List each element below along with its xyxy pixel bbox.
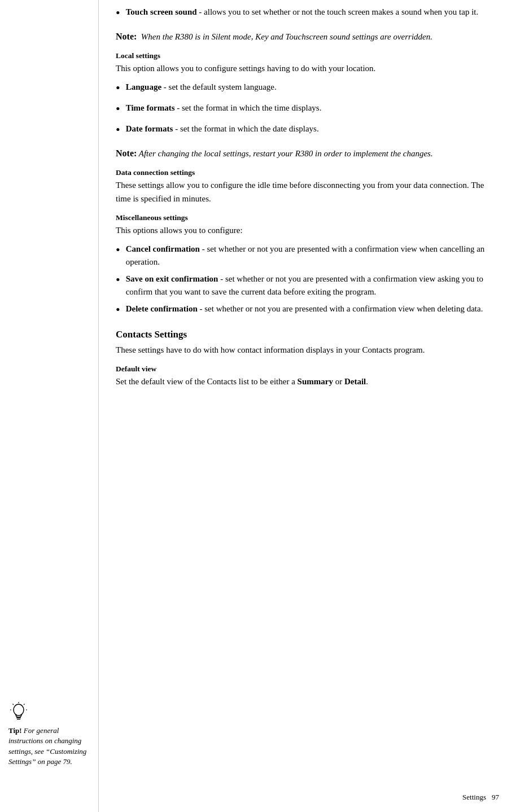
left-sidebar: Tip! For general instructions on changin… (0, 0, 99, 812)
save-on-exit-bold: Save on exit confirmation (126, 274, 218, 283)
bullet-cancel-confirmation: • Cancel confirmation - set whether or n… (116, 243, 499, 268)
touch-screen-sound-bold: Touch screen sound (126, 7, 197, 16)
note2-label: Note: (116, 148, 137, 158)
bullet-dot-lang: • (116, 78, 120, 97)
local-settings-heading: Local settings (116, 51, 499, 60)
bullet-dot-date: • (116, 120, 120, 139)
time-formats-bold: Time formats (126, 103, 175, 112)
footer-section-label: Settings (462, 793, 486, 802)
cancel-confirmation-text: Cancel confirmation - set whether or not… (126, 243, 499, 268)
note2-text: After changing the local settings, resta… (137, 149, 432, 158)
date-formats-rest: - set the format in which the date displ… (173, 124, 318, 133)
tip-label: Tip! (8, 726, 22, 735)
language-bold: Language (126, 82, 161, 91)
note1-block: Note: When the R380 is in Silent mode, K… (116, 30, 499, 43)
touch-screen-sound-rest: - allows you to set whether or not the t… (197, 7, 479, 16)
tip-icon (8, 702, 29, 722)
footer-page-number: 97 (492, 793, 499, 802)
svg-line-4 (24, 704, 25, 705)
top-bullet-group: • Touch screen sound - allows you to set… (116, 6, 499, 22)
svg-line-6 (13, 704, 14, 705)
data-connection-paragraph: These settings allow you to configure th… (116, 179, 499, 205)
time-formats-rest: - set the format in which the time displ… (175, 103, 322, 112)
data-connection-heading: Data connection settings (116, 168, 499, 177)
local-settings-paragraph: This option allows you to configure sett… (116, 62, 499, 75)
default-view-middle: or (333, 377, 344, 386)
contacts-settings-heading: Contacts Settings (116, 329, 499, 340)
default-view-bold1: Summary (298, 377, 333, 386)
touch-screen-sound-text: Touch screen sound - allows you to set w… (126, 6, 499, 19)
tip-section: Tip! For general instructions on changin… (8, 702, 93, 767)
miscellaneous-heading: Miscellaneous settings (116, 213, 499, 222)
default-view-text: Set the default view of the Contacts lis… (116, 375, 499, 388)
default-view-after: . (366, 377, 368, 386)
delete-confirmation-rest: - set whether or not you are presented w… (198, 304, 483, 313)
bullet-language: • Language - set the default system lang… (116, 81, 499, 97)
local-bullets-group: • Language - set the default system lang… (116, 81, 499, 139)
default-view-heading: Default view (116, 365, 499, 374)
page-container: Tip! For general instructions on changin… (0, 0, 516, 812)
bullet-dot-delete: • (116, 300, 120, 319)
note2-block: Note: After changing the local settings,… (116, 147, 499, 160)
misc-bullets-group: • Cancel confirmation - set whether or n… (116, 243, 499, 319)
tip-text: Tip! For general instructions on changin… (8, 726, 93, 767)
note1-text: When the R380 is in Silent mode, Key and… (137, 32, 432, 41)
bullet-delete-confirmation: • Delete confirmation - set whether or n… (116, 302, 499, 319)
date-formats-bold: Date formats (126, 124, 173, 133)
main-content: • Touch screen sound - allows you to set… (99, 0, 516, 812)
page-footer: Settings 97 (462, 793, 499, 802)
language-text: Language - set the default system langua… (126, 81, 499, 94)
bullet-dot-cancel: • (116, 240, 120, 259)
date-formats-text: Date formats - set the format in which t… (126, 122, 499, 135)
language-rest: - set the default system language. (161, 82, 277, 91)
bullet-dot: • (116, 3, 120, 22)
bullet-dot-save: • (116, 270, 120, 289)
default-view-before: Set the default view of the Contacts lis… (116, 377, 298, 386)
bullet-date-formats: • Date formats - set the format in which… (116, 122, 499, 139)
svg-point-0 (14, 704, 24, 716)
time-formats-text: Time formats - set the format in which t… (126, 102, 499, 115)
miscellaneous-paragraph: This options allows you to configure: (116, 224, 499, 237)
bullet-dot-time: • (116, 99, 120, 118)
contacts-settings-paragraph: These settings have to do with how conta… (116, 344, 499, 357)
delete-confirmation-bold: Delete confirmation (126, 304, 198, 313)
delete-confirmation-text: Delete confirmation - set whether or not… (126, 302, 499, 315)
bullet-touch-screen-sound: • Touch screen sound - allows you to set… (116, 6, 499, 22)
note1-label: Note: (116, 32, 137, 41)
bullet-save-on-exit: • Save on exit confirmation - set whethe… (116, 273, 499, 298)
default-view-bold2: Detail (344, 377, 366, 386)
cancel-confirmation-bold: Cancel confirmation (126, 244, 200, 253)
save-on-exit-text: Save on exit confirmation - set whether … (126, 273, 499, 298)
bullet-time-formats: • Time formats - set the format in which… (116, 102, 499, 118)
